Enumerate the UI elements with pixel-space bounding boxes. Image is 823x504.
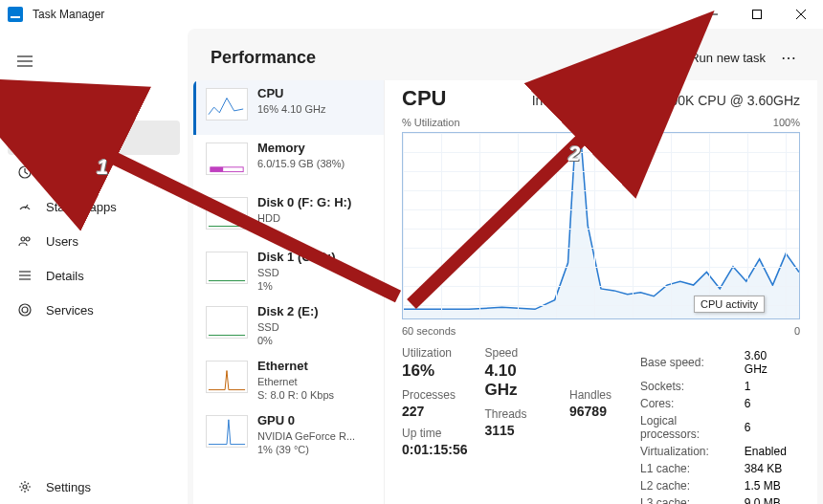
cpu-chart[interactable]: CPU activity [402,132,800,319]
run-icon [669,50,682,66]
svg-point-19 [22,307,28,313]
stat-value: 9.0 MB [745,495,798,504]
sidebar-item-label: Settings [46,480,91,494]
grid-icon [17,96,33,111]
speed-value: 4.10 GHz [485,362,553,400]
svg-rect-8 [26,98,31,102]
svg-rect-10 [26,104,31,109]
sidebar-item-label: Processes [46,97,104,111]
card-title: CPU [257,86,326,102]
card-subtitle: 16% 4.10 GHz [257,102,326,116]
detail-title: CPU [402,86,446,111]
chart-label-max: 100% [773,117,800,128]
svg-rect-1 [753,11,762,19]
resource-card[interactable]: Disk 2 (E:) SSD 0% [193,298,384,353]
card-subtitle: 6.0/15.9 GB (38%) [257,157,345,170]
card-value: 0% [257,225,351,238]
more-button[interactable]: ⋯ [773,43,806,72]
sparkline-icon [206,197,248,230]
app-icon [8,7,23,22]
svg-rect-7 [19,98,24,102]
sidebar-item-app-history[interactable]: App history [8,155,180,189]
threads-label: Threads [485,407,553,421]
card-subtitle: HDD [257,211,351,225]
sparkline-icon [206,361,248,393]
sidebar-item-startup-apps[interactable]: Startup apps [8,189,180,224]
run-new-task-button[interactable]: Run new task [661,46,773,70]
processes-label: Processes [402,388,468,402]
stat-value: 3.60 GHz [745,348,798,377]
stat-value: Enabled [745,444,798,459]
sparkline-icon [206,306,248,339]
close-button[interactable] [779,0,823,29]
svg-point-20 [19,304,31,316]
maximize-button[interactable] [735,0,779,29]
stat-key: Logical processors: [640,413,743,442]
pulse-icon [17,130,33,145]
sidebar-item-settings[interactable]: Settings [8,470,180,504]
stat-value: 6 [745,396,798,411]
page-title: Performance [211,48,316,68]
resource-card[interactable]: Disk 0 (F: G: H:) HDD 0% [193,189,384,244]
sidebar-item-users[interactable]: Users [8,224,180,258]
svg-rect-25 [211,167,223,172]
threads-value: 3115 [485,423,553,438]
chart-xmax: 0 [794,325,800,337]
sidebar-item-label: Performance [46,131,117,145]
processes-value: 227 [402,404,468,419]
list-icon [17,268,33,283]
resource-card[interactable]: Disk 1 (C: D:) SSD 1% [193,244,384,298]
stat-key: L3 cache: [640,495,743,504]
gauge-icon [17,199,33,214]
sidebar-item-label: App history [46,165,108,180]
uptime-value: 0:01:15:56 [402,442,468,457]
settings-icon [17,479,33,494]
stat-key: Sockets: [640,379,743,394]
sidebar-item-processes[interactable]: Processes [8,86,180,121]
svg-rect-9 [19,104,24,109]
card-title: Memory [257,141,345,157]
resource-card[interactable]: GPU 0 NVIDIA GeForce R... 1% (39 °C) [193,407,384,462]
chart-xmin: 60 seconds [402,325,456,337]
resource-card[interactable]: Ethernet Ethernet S: 8.0 R: 0 Kbps [193,353,384,407]
svg-point-14 [21,237,25,241]
handles-value: 96789 [569,404,612,419]
stat-key: Virtualization: [640,444,743,459]
card-title: Disk 2 (E:) [257,304,319,320]
minimize-button[interactable] [691,0,735,29]
card-value: S: 8.0 R: 0 Kbps [257,388,334,402]
card-value: 0% [257,334,319,347]
handles-label: Handles [569,388,612,402]
stat-key: L2 cache: [640,478,743,493]
svg-rect-22 [670,53,678,61]
resource-card[interactable]: Memory 6.0/15.9 GB (38%) [193,135,384,189]
card-value: 1% (39 °C) [257,443,355,456]
main-panel: Performance Run new task ⋯ CPU 16% 4.10 … [188,29,823,504]
card-subtitle: Ethernet [257,375,334,388]
sidebar-item-label: Startup apps [46,200,117,214]
sparkline-icon [206,142,248,175]
card-title: Ethernet [257,359,334,375]
stat-value: 1 [745,379,798,394]
chart-tooltip: CPU activity [694,296,765,313]
util-label: Utilization [402,346,468,360]
sidebar-item-performance[interactable]: Performance [8,121,180,155]
card-title: Disk 0 (F: G: H:) [257,195,351,211]
run-label: Run new task [690,51,766,65]
window-title: Task Manager [33,8,104,21]
stat-value: 6 [745,413,798,442]
sidebar-item-label: Details [46,269,84,283]
resource-card[interactable]: CPU 16% 4.10 GHz [193,80,384,135]
card-title: Disk 1 (C: D:) [257,250,336,266]
sidebar-item-services[interactable]: Services [8,293,180,327]
svg-point-21 [23,485,27,489]
stat-value: 1.5 MB [745,478,798,493]
cpu-properties-table: Base speed:3.60 GHzSockets:1Cores:6Logic… [638,346,800,504]
sidebar-item-label: Services [46,303,94,318]
sidebar: Processes Performance App history Startu… [0,29,188,504]
hamburger-button[interactable] [8,44,42,78]
util-value: 16% [402,362,468,381]
stat-key: L1 cache: [640,461,743,476]
sidebar-item-details[interactable]: Details [8,258,180,293]
card-subtitle: SSD [257,266,336,279]
